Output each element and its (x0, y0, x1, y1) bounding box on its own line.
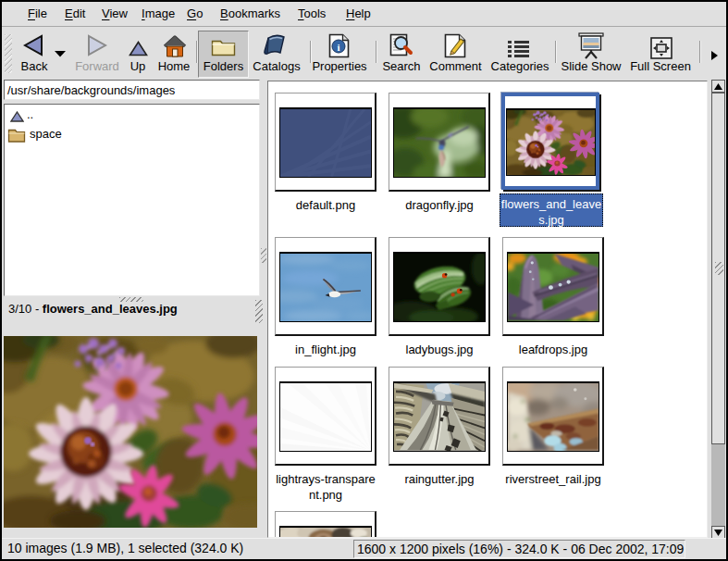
svg-text:i: i (337, 42, 339, 53)
